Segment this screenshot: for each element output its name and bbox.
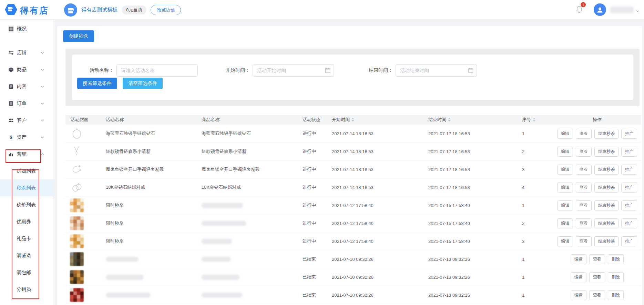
activity-status: 已结束: [303, 286, 316, 304]
delete-button[interactable]: 删除: [608, 272, 624, 282]
end-time: 2021-07-13 09:32:26: [428, 286, 470, 304]
activity-thumbnail: [70, 270, 84, 284]
search-filter-button[interactable]: 搜索筛选条件: [77, 78, 117, 89]
product-name: [202, 268, 295, 286]
shop-icon: [8, 50, 14, 56]
activity-name: 限时秒杀: [106, 232, 196, 250]
clear-filter-button[interactable]: 清空筛选条件: [123, 78, 163, 89]
promote-button[interactable]: 推广: [621, 147, 637, 157]
sort-icon[interactable]: [533, 118, 535, 122]
shop-name[interactable]: 得有店测试模板: [81, 7, 117, 13]
edit-button[interactable]: 编辑: [557, 218, 573, 228]
end-time-input[interactable]: [396, 64, 477, 77]
view-button[interactable]: 查看: [576, 147, 592, 157]
sidebar-item-customer[interactable]: 客户: [0, 112, 53, 129]
activity-thumbnail: [70, 288, 84, 302]
activity-thumbnail: [70, 198, 84, 212]
edit-button[interactable]: 编辑: [571, 290, 586, 300]
chevron-down-icon: [40, 118, 44, 122]
edit-button[interactable]: 编辑: [557, 165, 573, 175]
table-row: 限时秒杀进行中2021-07-12 17:58:402021-07-15 17:…: [57, 196, 642, 214]
view-button[interactable]: 查看: [589, 290, 605, 300]
view-button[interactable]: 查看: [589, 272, 605, 282]
view-button[interactable]: 查看: [576, 200, 592, 210]
svg-text:$: $: [10, 135, 12, 140]
end-seckill-button[interactable]: 结束秒杀: [594, 147, 619, 157]
delete-button[interactable]: 删除: [608, 254, 624, 264]
view-button[interactable]: 查看: [589, 254, 605, 264]
edit-button[interactable]: 编辑: [571, 272, 586, 282]
table-row: 已结束2021-07-10 09:32:262021-07-13 09:32:2…: [57, 268, 642, 286]
sidebar-item-goods[interactable]: 商品: [0, 61, 53, 78]
sidebar-item-content[interactable]: 内容: [0, 78, 53, 95]
view-button[interactable]: 查看: [576, 218, 592, 228]
sidebar-subitem-gift-card[interactable]: 礼品卡: [0, 230, 53, 247]
sort-icon[interactable]: [351, 118, 354, 122]
start-time: 2021-07-14 18:16:53: [332, 142, 374, 160]
sidebar-subitem-coupon[interactable]: 优惠券: [0, 213, 53, 230]
end-seckill-button[interactable]: 结束秒杀: [594, 218, 619, 228]
edit-button[interactable]: 编辑: [557, 200, 573, 210]
brand-hexagon-icon: [5, 3, 17, 17]
view-button[interactable]: 查看: [576, 236, 592, 246]
promote-button[interactable]: 推广: [621, 200, 637, 210]
end-seckill-button[interactable]: 结束秒杀: [594, 129, 619, 139]
product-name: 短款锁骨链森系小清新: [202, 142, 295, 160]
edit-button[interactable]: 编辑: [557, 236, 573, 246]
row-actions: 编辑查看结束秒杀推广: [553, 232, 641, 250]
sidebar-subitem-full-shipping[interactable]: 满包邮: [0, 264, 53, 281]
column-header-actions: 操作: [553, 115, 641, 125]
sidebar-item-marketing[interactable]: 营销: [0, 146, 53, 163]
notification-bell-icon[interactable]: 1: [575, 5, 584, 14]
promote-button[interactable]: 推广: [621, 129, 637, 139]
promote-button[interactable]: 推广: [621, 218, 637, 228]
promote-button[interactable]: 推广: [621, 165, 637, 175]
row-actions: 编辑查看删除: [553, 250, 641, 268]
end-seckill-button[interactable]: 结束秒杀: [594, 165, 619, 175]
create-seckill-button[interactable]: 创建秒杀: [63, 30, 94, 42]
start-time-label: 开始时间：: [219, 67, 250, 73]
sidebar-subitem-group-list[interactable]: 拼团列表: [0, 163, 53, 179]
sidebar-item-shop[interactable]: 店铺: [0, 44, 53, 61]
sidebar-item-overview[interactable]: 概况: [0, 20, 53, 37]
customer-icon: [8, 118, 14, 123]
end-seckill-button[interactable]: 结束秒杀: [594, 236, 619, 246]
sidebar-subitem-seckill-list[interactable]: 秒杀列表: [0, 179, 53, 196]
delete-button[interactable]: 删除: [608, 290, 624, 300]
sidebar-item-order[interactable]: 订单: [0, 95, 53, 112]
promote-button[interactable]: 推广: [621, 183, 637, 193]
activity-name-input[interactable]: [116, 64, 198, 77]
activity-thumbnail: [70, 163, 84, 176]
sort-icon[interactable]: [448, 118, 451, 122]
end-time: 2021-07-13 09:32:26: [428, 268, 470, 286]
edit-button[interactable]: 编辑: [557, 183, 573, 193]
view-button[interactable]: 查看: [576, 183, 592, 193]
edit-button[interactable]: 编辑: [571, 254, 586, 264]
table-row: 海蓝宝石纯银手链镶钻石海蓝宝石纯银手链镶钻石进行中2021-07-14 18:1…: [57, 125, 642, 142]
promote-button[interactable]: 推广: [621, 236, 637, 246]
end-time: 2021-07-15 17:58:40: [428, 214, 470, 232]
sequence-number: 2: [522, 214, 524, 232]
column-header-start[interactable]: 开始时间: [332, 115, 354, 125]
view-button[interactable]: 查看: [576, 129, 592, 139]
start-time: 2021-07-14 18:16:53: [332, 178, 374, 196]
end-seckill-button[interactable]: 结束秒杀: [594, 200, 619, 210]
edit-button[interactable]: 编辑: [557, 147, 573, 157]
view-button[interactable]: 查看: [576, 165, 592, 175]
preview-shop-button[interactable]: 预览店铺: [151, 5, 181, 15]
activity-thumbnail: [70, 127, 84, 140]
end-seckill-button[interactable]: 结束秒杀: [594, 183, 619, 193]
sidebar-subitem-bargain-list[interactable]: 砍价列表: [0, 196, 53, 213]
table-row: 短款锁骨链森系小清新短款锁骨链森系小清新进行中2021-07-14 18:16:…: [57, 142, 642, 160]
chevron-down-icon[interactable]: [636, 8, 640, 14]
user-avatar[interactable]: [594, 3, 606, 16]
start-time-input[interactable]: [253, 64, 334, 77]
app-logo[interactable]: 得有店: [5, 3, 49, 17]
column-header-end[interactable]: 结束时间: [428, 115, 451, 125]
column-header-seq[interactable]: 序号: [522, 115, 535, 125]
edit-button[interactable]: 编辑: [557, 129, 573, 139]
sidebar-subitem-distributor[interactable]: 分销员: [0, 281, 53, 298]
product-name: [202, 196, 295, 214]
sidebar-item-asset[interactable]: $资产: [0, 129, 53, 146]
sidebar-subitem-full-discount[interactable]: 满减送: [0, 247, 53, 264]
